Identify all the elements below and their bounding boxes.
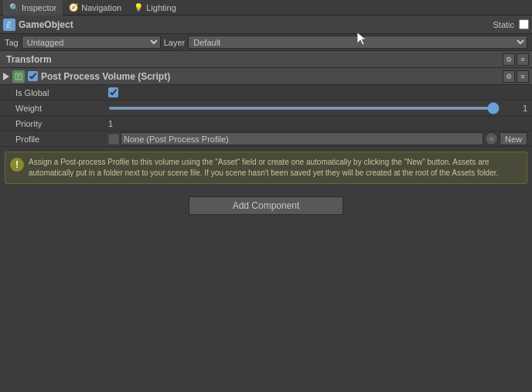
- profile-input[interactable]: [121, 132, 483, 145]
- post-process-component-icon: [12, 70, 25, 83]
- post-process-section-icons: ⚙ ≡: [503, 70, 529, 83]
- priority-row: Priority 1: [0, 116, 532, 131]
- transform-title: Transform: [6, 54, 500, 65]
- new-profile-button[interactable]: New: [500, 132, 527, 145]
- profile-field: ○ New: [108, 132, 527, 145]
- tab-inspector[interactable]: 🔍 Inspector: [3, 0, 63, 15]
- tag-label: Tag: [5, 38, 19, 47]
- is-global-label: Is Global: [15, 88, 108, 97]
- post-process-section-header: Post Process Volume (Script) ⚙ ≡: [0, 68, 532, 85]
- priority-value-container: 1: [108, 119, 527, 128]
- post-process-enable-checkbox[interactable]: [28, 71, 38, 81]
- gameobject-header: GameObject Static: [0, 15, 532, 34]
- tab-bar: 🔍 Inspector 🧭 Navigation 💡 Lighting: [0, 0, 532, 15]
- gameobject-name: GameObject: [19, 19, 489, 30]
- priority-label: Priority: [15, 119, 108, 128]
- layer-label: Layer: [164, 38, 186, 47]
- inspector-icon: 🔍: [9, 3, 19, 12]
- tab-inspector-label: Inspector: [22, 3, 56, 12]
- weight-row: Weight 1: [0, 101, 532, 116]
- post-process-menu-icon[interactable]: ≡: [517, 70, 529, 83]
- cube-icon: [5, 20, 14, 29]
- tag-layer-row: Tag Untagged Layer Default: [0, 34, 532, 51]
- gameobject-icon: [3, 19, 15, 31]
- weight-slider[interactable]: [108, 107, 500, 110]
- transform-menu-icon[interactable]: ≡: [517, 53, 529, 66]
- profile-label: Profile: [15, 135, 108, 144]
- weight-value: 1: [504, 104, 527, 113]
- static-checkbox[interactable]: [519, 19, 529, 29]
- svg-marker-1: [6, 21, 12, 23]
- post-process-title: Post Process Volume (Script): [41, 71, 500, 82]
- tag-dropdown[interactable]: Untagged: [22, 36, 161, 49]
- info-box: ! Assign a Post-process Profile to this …: [5, 152, 527, 184]
- post-process-collapse-icon: [3, 73, 9, 80]
- tab-navigation-label: Navigation: [81, 3, 121, 12]
- add-component-container: Add Component: [0, 189, 532, 223]
- weight-slider-container: 1: [108, 104, 527, 113]
- static-label: Static: [493, 20, 514, 29]
- empty-space: [0, 223, 532, 392]
- transform-section-header[interactable]: Transform ⚙ ≡: [0, 51, 532, 68]
- tab-lighting[interactable]: 💡 Lighting: [128, 0, 182, 15]
- navigation-icon: 🧭: [69, 3, 78, 12]
- weight-label: Weight: [15, 104, 108, 113]
- info-text: Assign a Post-process Profile to this vo…: [29, 157, 522, 179]
- profile-asset-icon: [108, 134, 119, 145]
- script-icon: [15, 73, 22, 80]
- profile-row: Profile ○ New: [0, 131, 532, 147]
- info-icon: !: [10, 158, 24, 172]
- layer-dropdown[interactable]: Default: [188, 36, 527, 49]
- tab-navigation[interactable]: 🧭 Navigation: [63, 0, 128, 15]
- inspector-panel: GameObject Static Tag Untagged Layer Def…: [0, 15, 532, 392]
- transform-settings-icon[interactable]: ⚙: [503, 53, 515, 66]
- is-global-value: [108, 87, 527, 97]
- is-global-row: Is Global: [0, 85, 532, 101]
- tab-lighting-label: Lighting: [146, 3, 176, 12]
- profile-select-button[interactable]: ○: [485, 132, 498, 145]
- lighting-icon: 💡: [134, 3, 143, 12]
- post-process-settings-icon[interactable]: ⚙: [503, 70, 515, 83]
- is-global-checkbox[interactable]: [108, 87, 118, 97]
- transform-section-icons: ⚙ ≡: [503, 53, 529, 66]
- add-component-button[interactable]: Add Component: [189, 196, 343, 215]
- priority-value: 1: [108, 119, 113, 128]
